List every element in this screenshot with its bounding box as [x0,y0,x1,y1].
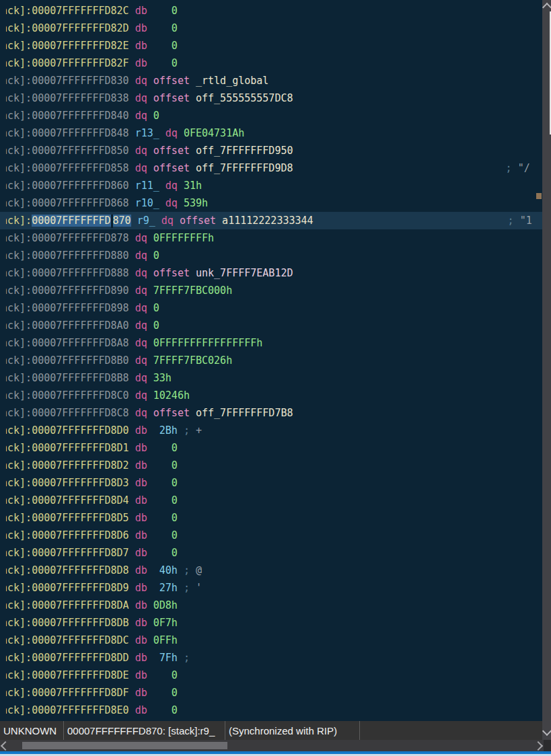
code-line[interactable]: ack]:00007FFFFFFFD8A8 dq 0FFFFFFFFFFFFFF… [6,334,542,352]
chevron-down-icon [542,726,551,735]
code-line[interactable]: ack]:00007FFFFFFFD888 dq offset unk_7FFF… [6,264,542,282]
code-line[interactable]: ack]:00007FFFFFFFD8DA db 0D8h [6,597,542,614]
code-line[interactable]: ack]:00007FFFFFFFD8D4 db 0 [6,492,542,509]
code-line[interactable]: ack]:00007FFFFFFFD8B0 dq 7FFFF7FBC026h [6,352,542,369]
status-state: UNKNOWN [0,721,64,740]
code-line[interactable]: ack]:00007FFFFFFFD82C db 0 [6,2,542,20]
horizontal-scrollbar[interactable] [0,740,544,751]
code-line[interactable]: ack]:00007FFFFFFFD8D9 db 27h ; ' [6,579,542,597]
code-line[interactable]: ack]:00007FFFFFFFD830 dq offset _rtld_gl… [6,72,542,89]
code-line[interactable]: ack]:00007FFFFFFFD870 r9_ dq offset a111… [6,212,542,229]
code-line[interactable]: ack]:00007FFFFFFFD8DD db 7Fh ; [6,649,542,667]
code-line[interactable]: ack]:00007FFFFFFFD8D2 db 0 [6,457,542,474]
code-line[interactable]: ack]:00007FFFFFFFD8D0 db 2Bh ; + [6,422,542,439]
chevron-right-icon [534,741,543,750]
code-line[interactable]: ack]:00007FFFFFFFD858 dq offset off_7FFF… [6,159,542,177]
code-line[interactable]: ack]:00007FFFFFFFD82D db 0 [6,20,542,37]
status-address: 00007FFFFFFFD870: [stack]:r9_ [64,721,225,740]
code-line[interactable]: ack]:00007FFFFFFFD848 r13_ dq 0FE04731Ah [6,124,542,142]
code-line[interactable]: ack]:00007FFFFFFFD898 dq 0 [6,299,542,317]
code-line[interactable]: ack]:00007FFFFFFFD8D7 db 0 [6,544,542,562]
code-line[interactable]: ack]:00007FFFFFFFD82E db 0 [6,37,542,54]
scroll-up-button[interactable] [542,0,551,11]
scroll-left-button[interactable] [0,740,11,751]
code-line[interactable]: ack]:00007FFFFFFFD8D5 db 0 [6,509,542,527]
status-sync: (Synchronized with RIP) [225,721,360,740]
code-line[interactable]: ack]:00007FFFFFFFD840 dq 0 [6,107,542,124]
disassembly-view[interactable]: ack]:00007FFFFFFFD82C db 0ack]:00007FFFF… [0,0,542,721]
code-line[interactable]: ack]:00007FFFFFFFD8C0 dq 10246h [6,387,542,404]
code-line[interactable]: ack]:00007FFFFFFFD8C8 dq offset off_7FFF… [6,404,542,422]
code-line[interactable]: ack]:00007FFFFFFFD8D1 db 0 [6,439,542,457]
chevron-left-icon [1,741,10,750]
code-view: ack]:00007FFFFFFFD82C db 0ack]:00007FFFF… [6,2,542,719]
code-line[interactable]: ack]:00007FFFFFFFD860 r11_ dq 31h [6,177,542,194]
status-bar: UNKNOWN 00007FFFFFFFD870: [stack]:r9_ (S… [0,721,542,740]
code-line[interactable]: ack]:00007FFFFFFFD8A0 dq 0 [6,317,542,334]
code-line[interactable]: ack]:00007FFFFFFFD8D3 db 0 [6,474,542,492]
code-line[interactable]: ack]:00007FFFFFFFD8B8 dq 33h [6,369,542,387]
code-line[interactable]: ack]:00007FFFFFFFD82F db 0 [6,54,542,72]
code-line[interactable]: ack]:00007FFFFFFFD838 dq offset off_5555… [6,89,542,107]
code-line[interactable]: ack]:00007FFFFFFFD8D8 db 40h ; @ [6,562,542,579]
code-line[interactable]: ack]:00007FFFFFFFD868 r10_ dq 539h [6,194,542,212]
code-line[interactable]: ack]:00007FFFFFFFD8D6 db 0 [6,527,542,544]
code-line[interactable]: ack]:00007FFFFFFFD880 dq 0 [6,247,542,264]
code-line[interactable]: ack]:00007FFFFFFFD890 dq 7FFFF7FBC000h [6,282,542,299]
code-line[interactable]: ack]:00007FFFFFFFD8DB db 0F7h [6,614,542,632]
horizontal-scrollbar-thumb[interactable] [22,742,227,749]
scrollbar-marker [536,193,542,199]
code-line[interactable]: ack]:00007FFFFFFFD8DF db 0 [6,684,542,702]
code-line[interactable]: ack]:00007FFFFFFFD8DE db 0 [6,667,542,684]
code-line[interactable]: ack]:00007FFFFFFFD878 dq 0FFFFFFFFh [6,229,542,247]
scroll-right-button[interactable] [533,740,544,751]
code-line[interactable]: ack]:00007FFFFFFFD8DC db 0FFh [6,632,542,649]
chevron-up-icon [542,2,551,11]
code-line[interactable]: ack]:00007FFFFFFFD8E0 db 0 [6,702,542,719]
scrollbar-corner [544,740,551,751]
code-line[interactable]: ack]:00007FFFFFFFD850 dq offset off_7FFF… [6,142,542,159]
scroll-down-button[interactable] [542,725,551,736]
